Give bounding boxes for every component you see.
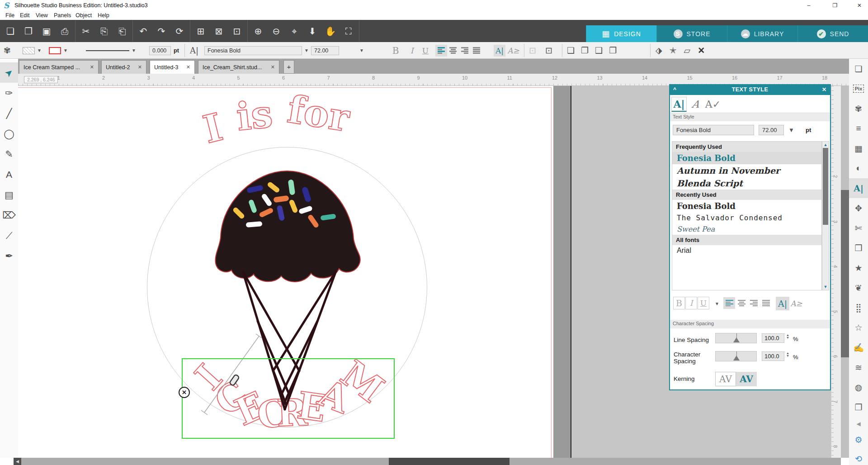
nav-tab-store[interactable]: SSTORE [656,25,727,42]
line-style-picker[interactable]: ▼ [86,42,136,59]
character-spacing-spinner[interactable]: ▲▼ [786,352,789,357]
page-setup-icon[interactable]: ❏ [849,59,868,79]
preferences-gear-icon[interactable]: ⚙ [849,430,868,450]
font-family-picker[interactable]: Fonesia Bold ▼ [204,42,309,59]
document-tab[interactable]: Untitled-3✕ [150,60,195,74]
font-size-dropdown-icon[interactable]: ▼ [359,48,364,53]
panel-bold-button[interactable]: B [673,297,685,309]
scroll-down-icon[interactable]: ▼ [822,285,829,289]
paste-style-icon[interactable]: ⊡ [231,27,243,36]
delete-icon[interactable]: ✕ [698,45,705,56]
panel-italic-button[interactable]: I [685,297,697,309]
open-icon[interactable]: ❐ [23,27,34,36]
dropper-tool-icon[interactable]: ✒ [0,246,18,266]
align-left-button[interactable] [435,45,447,57]
panel-align-justify-button[interactable] [760,297,772,309]
shadow-icon[interactable]: ◐ [849,158,868,178]
align-right-button[interactable] [459,45,471,57]
kerning-on-button[interactable]: AV [736,372,757,386]
collapse-arrow-icon[interactable]: ◀ [849,417,868,431]
menu-object[interactable]: Object [74,12,94,19]
document-tab[interactable]: Untitled-2✕ [101,60,146,74]
fill-pattern-icon[interactable]: ▦ [849,138,868,158]
nav-tab-library[interactable]: ☁LIBRARY [727,25,797,42]
undo-icon[interactable]: ↶ [137,27,149,36]
document-tab[interactable]: Ice_Cream_Shirt.stud...✕ [198,60,279,74]
print-icon[interactable]: ⎙ [59,27,71,36]
draw-tool-icon[interactable]: ✎ [0,144,18,164]
menu-view[interactable]: View [34,12,50,19]
modify-icon[interactable]: ❒ [849,238,868,258]
text-style-tab[interactable]: A| [671,97,687,112]
nav-tab-design[interactable]: ▦DESIGN [586,25,656,42]
line-spacing-spinner[interactable]: ▲▼ [786,334,789,339]
menu-file[interactable]: File [4,12,16,19]
weld-icon[interactable]: ⬗ [656,45,662,56]
vertical-scrollbar[interactable] [841,86,849,458]
paste-in-front-icon[interactable]: ⊞ [195,27,207,36]
tab-close-icon[interactable]: ✕ [138,64,142,70]
panel-close-icon[interactable]: ✕ [822,86,826,93]
note-tool-icon[interactable]: ▤ [0,185,18,205]
line-spacing-value[interactable]: 100.0 [762,333,784,343]
font-list-item[interactable]: Sweet Pea [672,223,821,235]
font-list[interactable]: Frequently UsedFonesia BoldAutumn in Nov… [672,141,822,290]
arc-text-top-word[interactable]: I [199,104,227,152]
tab-close-icon[interactable]: ✕ [186,64,190,70]
send-backward-icon[interactable]: ❑ [595,45,603,56]
sketch-favorites-icon[interactable]: ❦ [849,278,868,298]
horizontal-scrollbar[interactable]: ◀ [0,458,849,465]
knife-tool-icon[interactable]: ⟋ [0,225,18,246]
bring-forward-icon[interactable]: ❐ [581,45,589,56]
font-family-field[interactable]: Fonesia Bold [204,46,302,55]
italic-button[interactable]: I [406,45,418,57]
rhinestone-icon[interactable]: ☆ [849,318,868,337]
ice-cream-scoop[interactable] [216,171,360,282]
panel-text-on-path-button[interactable]: A≥ [789,297,805,310]
zoom-in-icon[interactable]: ⊕ [252,27,264,36]
line-style-icon[interactable]: ≡ [849,119,868,138]
panel-align-left-button[interactable] [723,297,735,309]
transform-icon[interactable]: ✥ [849,198,868,218]
save-icon[interactable]: ▣ [41,27,52,36]
underline-button[interactable]: U [420,45,431,57]
panel-underline-button[interactable]: U [698,297,709,309]
drag-zoom-icon[interactable]: ⬇ [307,27,318,36]
copy-icon[interactable]: ⎘ [98,27,110,36]
font-check-tab[interactable]: A✓ [705,97,721,112]
font-size-dropdown-icon[interactable]: ▼ [788,127,794,133]
layers-icon[interactable]: ❐ [849,397,868,417]
font-list-item[interactable]: Arial [672,245,821,256]
character-spacing-value[interactable]: 100.0 [762,351,784,361]
sketch-icon[interactable]: ≋ [849,357,868,377]
offset-icon[interactable]: ★ [849,258,868,278]
line-spacing-slider[interactable] [715,333,757,343]
shape-3d-icon[interactable]: ▱ [684,45,691,56]
font-size-field[interactable]: 72.00 [311,46,339,55]
stipple-icon[interactable]: ⣿ [849,298,868,318]
kerning-off-button[interactable]: AV [715,372,736,386]
warp-icon[interactable]: ✍ [849,337,868,357]
text-on-path-button[interactable]: A≥ [507,45,521,57]
refresh-icon[interactable]: ⟲ [849,449,868,465]
document-tab[interactable]: Ice Cream Stamped ...✕ [19,60,99,74]
arc-text-top-word[interactable]: is [234,91,274,139]
clear-selection-icon[interactable]: ⊠ [213,27,225,36]
trace-icon[interactable]: ✄ [849,218,868,238]
panel-align-center-button[interactable] [736,297,747,309]
panel-font-name-field[interactable]: Fonesia Bold [673,125,754,135]
new-document-icon[interactable]: ❏ [5,27,16,36]
mouse-zoom-icon[interactable]: ⌖ [288,27,300,36]
pixscan-icon[interactable]: Pix [849,79,868,99]
line-tool-icon[interactable]: ╱ [0,103,18,123]
chevron-down-icon[interactable]: ▼ [715,301,719,306]
font-list-item[interactable]: Blenda Script [672,177,821,190]
stroke-color-picker[interactable]: ▼ [49,42,68,59]
nav-tab-send[interactable]: ✔SEND [797,25,868,42]
edit-points-icon[interactable]: ✑ [0,83,18,103]
tab-close-icon[interactable]: ✕ [271,64,275,70]
font-list-item[interactable]: Fonesia Bold [672,152,821,164]
selection-box[interactable] [182,358,395,439]
text-style-icon[interactable]: A| [849,178,868,198]
font-list-scrollbar[interactable]: ▲ ▼ [822,141,829,290]
